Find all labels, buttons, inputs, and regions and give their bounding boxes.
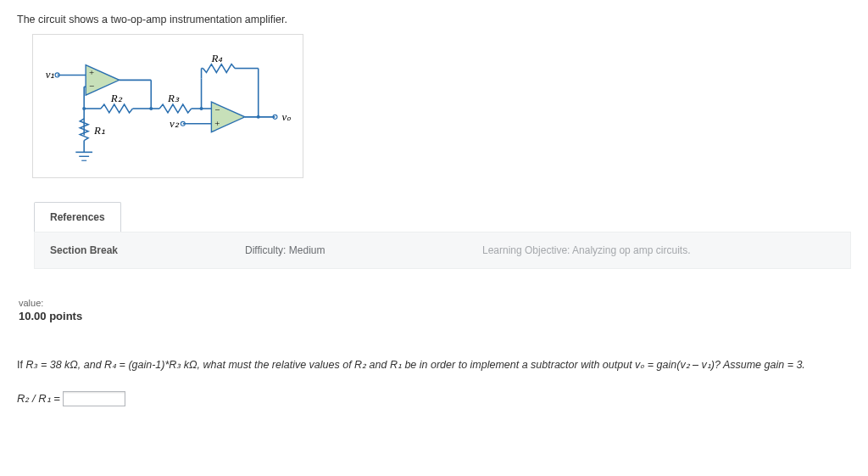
section-info-row: Section Break Difficulty: Medium Learnin… — [34, 232, 851, 269]
svg-text:−: − — [89, 81, 94, 91]
svg-text:−: − — [214, 104, 220, 115]
svg-text:+: + — [214, 118, 220, 128]
label-r4: R₄ — [210, 53, 223, 64]
label-r1: R₁ — [93, 125, 105, 137]
difficulty-label: Difficulty: Medium — [245, 244, 482, 256]
value-block: value: 10.00 points — [19, 298, 851, 322]
points-value: 10.00 points — [19, 310, 851, 322]
answer-label: R₂ / R₁ = — [17, 392, 63, 405]
svg-point-34 — [257, 115, 260, 119]
label-r2: R₂ — [110, 92, 123, 104]
question-text: If R₃ = 38 kΩ, and R₄ = (gain-1)*R₃ kΩ, … — [17, 358, 851, 371]
answer-input[interactable] — [63, 391, 125, 406]
label-v2: v₂ — [170, 118, 180, 130]
label-v1: v₁ — [46, 69, 55, 81]
tab-bar: References — [34, 202, 851, 232]
svg-point-32 — [82, 107, 86, 110]
value-label: value: — [19, 298, 851, 308]
svg-text:+: + — [89, 67, 94, 77]
answer-row: R₂ / R₁ = — [17, 391, 851, 406]
label-vo: vₒ — [281, 111, 292, 123]
circuit-diagram: v₁ + − R₂ R₃ R₁ − + — [32, 34, 303, 178]
label-r3: R₃ — [167, 92, 180, 104]
svg-point-33 — [200, 107, 203, 110]
tab-references[interactable]: References — [34, 202, 121, 232]
intro-text: The circuit shows a two-op-amp instrumen… — [17, 14, 851, 25]
section-break-label: Section Break — [50, 244, 245, 256]
svg-point-31 — [149, 107, 153, 110]
learning-objective-label: Learning Objective: Analyzing op amp cir… — [482, 244, 690, 256]
